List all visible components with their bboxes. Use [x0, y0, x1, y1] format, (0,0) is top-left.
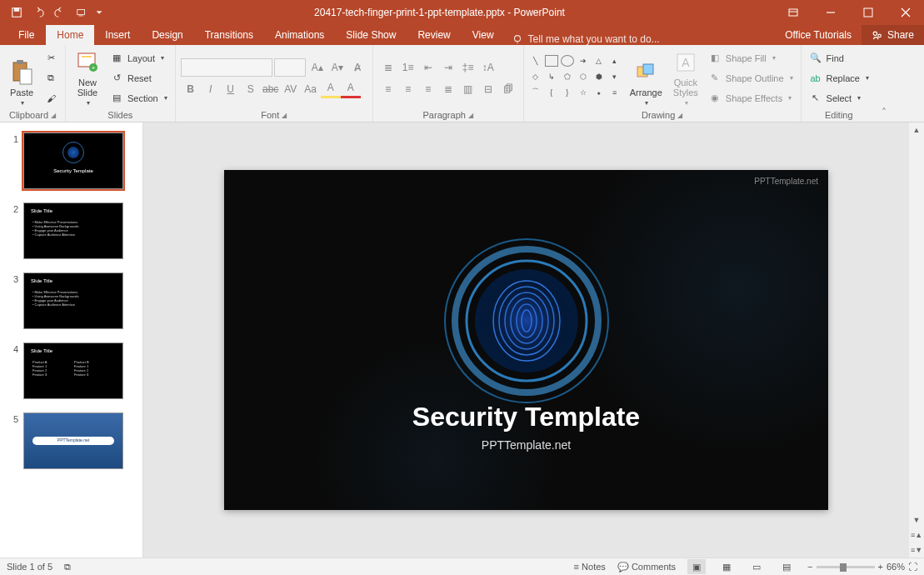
align-center-button[interactable]: ≡ — [398, 80, 418, 98]
shape-fill-button[interactable]: ◧Shape Fill▾ — [706, 49, 796, 68]
thumbnail-4[interactable]: 4Slide TitleProduct AFeature 1Feature 2F… — [0, 339, 142, 409]
qat-more-icon[interactable] — [93, 2, 105, 22]
slide-counter[interactable]: Slide 1 of 5 — [7, 562, 52, 572]
share-button[interactable]: Share — [862, 25, 924, 45]
fit-window-icon[interactable]: ⛶ — [908, 562, 917, 572]
tab-insert[interactable]: Insert — [94, 25, 141, 45]
shrink-font-button[interactable]: A▾ — [327, 58, 347, 77]
line-spacing-button[interactable]: ‡≡ — [458, 58, 478, 77]
vertical-scrollbar[interactable]: ▲ ▼ ≡▲ ≡▼ — [909, 122, 924, 558]
new-slide-button[interactable]: + New Slide▾ — [71, 48, 104, 108]
font-family-combo[interactable] — [181, 58, 272, 77]
columns-button[interactable]: ▥ — [458, 80, 478, 98]
collapse-ribbon-icon[interactable]: ˄ — [877, 45, 892, 122]
maximize-icon[interactable] — [849, 0, 887, 24]
tab-file[interactable]: File — [7, 25, 46, 45]
ribbon-display-icon[interactable] — [774, 0, 812, 24]
find-button[interactable]: 🔍Find — [807, 49, 872, 68]
reset-button[interactable]: ↺Reset — [107, 69, 170, 88]
slide-title[interactable]: Security Template — [224, 402, 828, 432]
zoom-control[interactable]: − + 66% ⛶ — [807, 562, 917, 572]
justify-button[interactable]: ≣ — [438, 80, 458, 98]
underline-button[interactable]: U — [221, 80, 241, 98]
scroll-down-icon[interactable]: ▼ — [909, 512, 924, 528]
tab-animations[interactable]: Animations — [264, 25, 335, 45]
clear-format-button[interactable]: A̷ — [347, 58, 367, 77]
numbering-button[interactable]: 1≡ — [398, 58, 418, 77]
tab-tutorials[interactable]: Office Tutorials — [775, 25, 862, 45]
cut-button[interactable]: ✂ — [42, 49, 60, 68]
indent-dec-button[interactable]: ⇤ — [418, 58, 438, 77]
notes-button[interactable]: ≡ Notes — [574, 562, 606, 572]
strike-button[interactable]: abc — [261, 80, 281, 98]
thumbnail-3[interactable]: 3Slide Title• Make Effective Presentatio… — [0, 269, 142, 339]
section-button[interactable]: ▤Section▾ — [107, 89, 170, 108]
tab-design[interactable]: Design — [141, 25, 193, 45]
shape-effects-button[interactable]: ◉Shape Effects▾ — [706, 89, 796, 108]
arrange-button[interactable]: Arrange▾ — [627, 48, 666, 108]
slide-subtitle[interactable]: PPTTemplate.net — [224, 438, 828, 452]
spellcheck-icon[interactable]: ⧉ — [64, 562, 71, 572]
quick-styles-button[interactable]: A Quick Styles▾ — [669, 48, 702, 108]
align-right-button[interactable]: ≡ — [418, 80, 438, 98]
tab-review[interactable]: Review — [407, 25, 461, 45]
spacing-button[interactable]: AV — [281, 80, 301, 98]
redo-icon[interactable] — [50, 2, 70, 22]
clipboard-launcher-icon[interactable]: ◢ — [51, 112, 56, 119]
indent-inc-button[interactable]: ⇥ — [438, 58, 458, 77]
save-icon[interactable] — [7, 2, 27, 22]
thumbnail-5[interactable]: 5PPTTemplate.net — [0, 409, 142, 479]
minimize-icon[interactable] — [812, 0, 849, 24]
tab-view[interactable]: View — [462, 25, 505, 45]
sorter-view-icon[interactable]: ▦ — [717, 559, 736, 574]
zoom-value[interactable]: 66% — [887, 562, 905, 572]
close-icon[interactable] — [887, 0, 924, 24]
tell-me[interactable]: Tell me what you want to do... — [512, 33, 660, 45]
thumbnail-1[interactable]: 1Security Template — [0, 129, 142, 199]
italic-button[interactable]: I — [201, 80, 221, 98]
shape-more-mid: ▾ — [608, 71, 622, 82]
font-color-button[interactable]: A — [341, 80, 361, 98]
bold-button[interactable]: B — [181, 80, 201, 98]
bullets-button[interactable]: ≣ — [378, 58, 398, 77]
drawing-launcher-icon[interactable]: ◢ — [677, 112, 682, 119]
tab-home[interactable]: Home — [46, 25, 94, 45]
scissors-icon: ✂ — [44, 52, 57, 65]
align-text-button[interactable]: ⊟ — [478, 80, 498, 98]
tab-slideshow[interactable]: Slide Show — [335, 25, 407, 45]
highlight-button[interactable]: A — [321, 80, 341, 98]
font-launcher-icon[interactable]: ◢ — [282, 112, 287, 119]
copy-button[interactable]: ⧉ — [42, 69, 60, 88]
text-direction-button[interactable]: ↕A — [478, 58, 498, 77]
font-size-combo[interactable] — [274, 58, 306, 77]
tab-transitions[interactable]: Transitions — [194, 25, 264, 45]
zoom-in-icon[interactable]: + — [878, 562, 883, 572]
paragraph-launcher-icon[interactable]: ◢ — [468, 112, 473, 119]
shadow-button[interactable]: S — [241, 80, 261, 98]
paste-button[interactable]: Paste▾ — [5, 48, 38, 108]
next-slide-icon[interactable]: ≡▼ — [909, 542, 924, 558]
format-painter-button[interactable]: 🖌 — [42, 89, 60, 108]
zoom-out-icon[interactable]: − — [807, 562, 812, 572]
slide-thumbnails[interactable]: 1Security Template2Slide Title• Make Eff… — [0, 122, 143, 558]
thumbnail-2[interactable]: 2Slide Title• Make Effective Presentatio… — [0, 199, 142, 269]
slideshow-view-icon[interactable]: ▤ — [777, 559, 796, 574]
shapes-gallery[interactable]: ╲ ➔ △ ▴ ◇ ↳ ⬠ ⬡ ⬢ ▾ ⌒ { } ☆ ⬥ — [529, 55, 623, 102]
align-left-button[interactable]: ≡ — [378, 80, 398, 98]
grow-font-button[interactable]: A▴ — [307, 58, 327, 77]
undo-icon[interactable] — [28, 2, 48, 22]
slide-canvas[interactable]: PPTTemplate.net — [224, 170, 828, 510]
case-button[interactable]: Aa — [301, 80, 321, 98]
normal-view-icon[interactable]: ▣ — [687, 559, 706, 574]
prev-slide-icon[interactable]: ≡▲ — [909, 528, 924, 542]
scroll-up-icon[interactable]: ▲ — [909, 122, 924, 138]
shape-outline-button[interactable]: ✎Shape Outline▾ — [706, 69, 796, 88]
slide-editor[interactable]: PPTTemplate.net — [143, 122, 909, 558]
smartart-button[interactable]: 🗐 — [498, 80, 518, 98]
replace-button[interactable]: abReplace▾ — [807, 69, 872, 88]
start-from-beginning-icon[interactable] — [72, 2, 92, 22]
layout-button[interactable]: ▦Layout▾ — [107, 49, 170, 68]
select-button[interactable]: ↖Select▾ — [807, 89, 872, 108]
comments-button[interactable]: 💬 Comments — [617, 562, 676, 572]
reading-view-icon[interactable]: ▭ — [747, 559, 766, 574]
